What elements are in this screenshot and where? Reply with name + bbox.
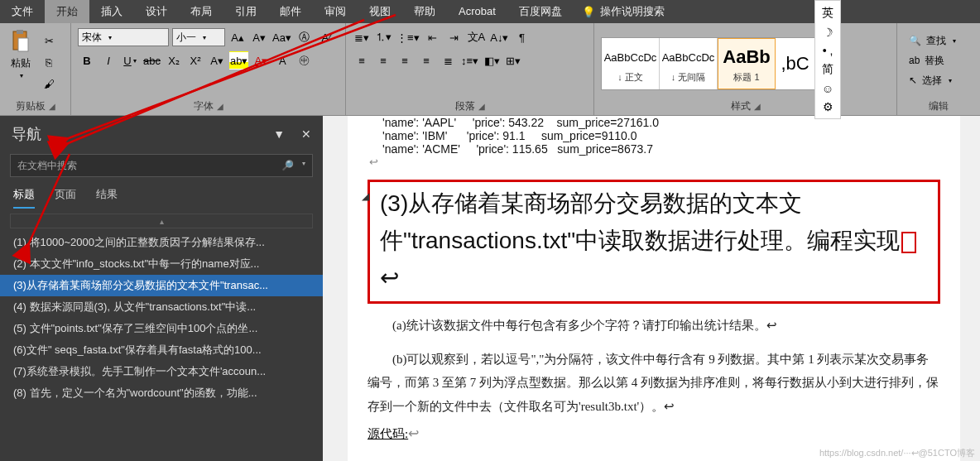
nav-item[interactable]: (5) 文件"points.txt"保存了三维空间中100个点的坐... <box>0 318 323 339</box>
enclose-char-button[interactable]: ㊥ <box>295 51 313 70</box>
font-size-select[interactable]: 小一▾ <box>172 28 225 46</box>
group-editing: 🔍查找▾ ab替换 ↖选择▾ 编辑 <box>897 23 980 115</box>
nav-title: 导航 <box>12 124 41 144</box>
show-marks-button[interactable]: ¶ <box>512 28 531 46</box>
style-heading1[interactable]: AaBb标题 1 <box>718 38 776 89</box>
change-case-button[interactable]: Aa▾ <box>271 28 292 46</box>
dialog-launcher-icon[interactable]: ◢ <box>478 102 485 111</box>
ime-settings-button[interactable]: ⚙ <box>823 100 833 113</box>
underline-button[interactable]: U▾ <box>121 51 139 70</box>
strikethrough-button[interactable]: abc <box>142 51 161 70</box>
menu-layout[interactable]: 布局 <box>179 0 223 23</box>
ime-lang-button[interactable]: 英 <box>822 6 833 21</box>
menu-home[interactable]: 开始 <box>45 0 89 23</box>
grow-font-button[interactable]: A▴ <box>228 28 247 46</box>
style-preview: AaBbCcDc <box>604 43 657 71</box>
borders-button[interactable]: ⊞▾ <box>504 51 522 70</box>
distribute-button[interactable]: ≣ <box>439 51 457 70</box>
menu-review[interactable]: 审阅 <box>313 0 358 23</box>
char-border-button[interactable]: A <box>273 51 291 70</box>
highlight-button[interactable]: ab▾ <box>229 51 248 70</box>
styles-group-label: 样式 <box>731 99 751 113</box>
menu-baidu[interactable]: 百度网盘 <box>507 0 574 23</box>
font-color-button[interactable]: A▾ <box>252 51 270 70</box>
align-left-button[interactable]: ≡ <box>353 51 371 70</box>
font-name-select[interactable]: 宋体▾ <box>78 28 169 46</box>
multilevel-button[interactable]: ⋮≡▾ <box>396 28 420 46</box>
menu-design[interactable]: 设计 <box>134 0 179 23</box>
clear-format-button[interactable]: A⁄ <box>317 28 335 46</box>
cut-button[interactable]: ✂ <box>40 31 58 50</box>
paragraph-b[interactable]: (b)可以观察到，若以逗号","为分隔符，该文件中每行含有 9 列数据。其中第 … <box>368 348 940 419</box>
document-area[interactable]: 'name': 'AAPL' 'price': 543.22 sum_price… <box>323 116 980 461</box>
bold-button[interactable]: B <box>78 51 96 70</box>
menu-help[interactable]: 帮助 <box>402 0 447 23</box>
text-effects-button[interactable]: A▾ <box>208 51 226 70</box>
subscript-button[interactable]: X₂ <box>165 51 183 70</box>
nav-collapse-bar[interactable]: ▴ <box>10 214 313 228</box>
bulb-icon: 💡 <box>582 6 595 18</box>
nav-search-input[interactable]: 在文档中搜索 🔎▾ <box>10 154 313 177</box>
collapse-triangle-icon[interactable]: ◢ <box>362 190 369 202</box>
nav-tab-results[interactable]: 结果 <box>96 187 118 209</box>
dialog-launcher-icon[interactable]: ◢ <box>217 102 223 111</box>
nav-item[interactable]: (4) 数据来源同题(3), 从文件"transactions.txt"中读..… <box>0 296 323 318</box>
copy-button[interactable]: ⎘ <box>40 53 58 71</box>
menu-acrobat[interactable]: Acrobat <box>447 0 507 23</box>
nav-item[interactable]: (6)文件" seqs_fasta.txt"保存着具有fasta格式的100..… <box>0 339 323 361</box>
superscript-button[interactable]: X² <box>186 51 204 70</box>
nav-close-button[interactable]: ✕ <box>301 127 311 141</box>
justify-button[interactable]: ≡ <box>417 51 435 70</box>
sort-button[interactable]: A↓▾ <box>489 28 509 46</box>
dialog-launcher-icon[interactable]: ◢ <box>754 102 761 111</box>
style-preview: AaBb <box>723 43 770 71</box>
numbering-button[interactable]: ⒈▾ <box>374 28 392 46</box>
select-button[interactable]: ↖选择▾ <box>904 71 961 89</box>
code-line: 'name': 'AAPL' 'price': 543.22 sum_price… <box>382 116 940 129</box>
dialog-launcher-icon[interactable]: ◢ <box>49 102 55 111</box>
increase-indent-button[interactable]: ⇥ <box>445 28 464 46</box>
nav-tab-pages[interactable]: 页面 <box>55 187 76 209</box>
paste-button[interactable]: 粘贴 ▾ <box>7 28 35 81</box>
nav-item[interactable]: (2) 本文文件"info_stocks.txt"中每一行的name对应... <box>0 253 323 275</box>
paragraph-group-label: 段落 <box>455 99 475 113</box>
menu-file[interactable]: 文件 <box>0 0 45 23</box>
find-button[interactable]: 🔍查找▾ <box>904 31 961 50</box>
ime-simplified-button[interactable]: 简 <box>822 62 833 77</box>
align-center-button[interactable]: ≡ <box>374 51 392 70</box>
menu-insert[interactable]: 插入 <box>89 0 134 23</box>
style-nospacing[interactable]: AaBbCcDc↓ 无间隔 <box>660 38 718 89</box>
italic-button[interactable]: I <box>99 51 118 70</box>
shrink-font-button[interactable]: A▾ <box>250 28 268 46</box>
ime-emoji-button[interactable]: ☺ <box>822 82 833 95</box>
nav-item[interactable]: (3)从存储着某商场部分交易数据的文本文件"transac... <box>0 275 323 296</box>
align-right-button[interactable]: ≡ <box>396 51 414 70</box>
format-painter-button[interactable]: 🖌 <box>40 74 58 93</box>
ime-punct-button[interactable]: • , <box>823 44 833 57</box>
nav-item[interactable]: (7)系统登录模拟。先手工制作一个文本文件'accoun... <box>0 361 323 382</box>
decrease-indent-button[interactable]: ⇤ <box>424 28 442 46</box>
menu-references[interactable]: 引用 <box>223 0 268 23</box>
workspace: 导航 ▼ ✕ 在文档中搜索 🔎▾ 标题 页面 结果 ▴ (1) 将1000~20… <box>0 116 980 461</box>
heading-text[interactable]: (3)从存储着某商场部分交易数据的文本文件"transactions.txt"中… <box>380 190 918 291</box>
text-direction-button[interactable]: 文A <box>467 28 487 46</box>
nav-dropdown-button[interactable]: ▼ <box>273 127 285 141</box>
style-normal[interactable]: AaBbCcDc↓ 正文 <box>602 38 660 89</box>
paragraph-a[interactable]: (a)统计该数据文件中每行包含有多少个字符？请打印输出统计结果。↩ <box>368 314 940 338</box>
nav-item[interactable]: (8) 首先，定义一个名为"wordcount"的函数，功能... <box>0 382 323 404</box>
bullets-button[interactable]: ≣▾ <box>353 28 371 46</box>
menu-mail[interactable]: 邮件 <box>268 0 313 23</box>
menu-view[interactable]: 视图 <box>358 0 402 23</box>
nav-item[interactable]: (1) 将1000~2000之间的正整数质因子分解结果保存... <box>0 232 323 253</box>
replace-button[interactable]: ab替换 <box>904 51 961 70</box>
phonetic-guide-button[interactable]: Ⓐ <box>295 28 314 46</box>
source-code-label[interactable]: 源代码: <box>368 426 408 442</box>
code-line: 'name': 'ACME' 'price': 115.65 sum_price… <box>382 142 940 156</box>
line-spacing-button[interactable]: ↕≡▾ <box>460 51 479 70</box>
search-icon: 🔍 <box>909 35 921 46</box>
style-more[interactable]: ,bC <box>776 38 815 89</box>
shading-button[interactable]: ◧▾ <box>483 51 501 70</box>
nav-tab-headings[interactable]: 标题 <box>13 187 35 209</box>
tell-me[interactable]: 💡 操作说明搜索 <box>574 4 673 19</box>
ime-moon-icon[interactable]: ☽ <box>823 26 833 39</box>
